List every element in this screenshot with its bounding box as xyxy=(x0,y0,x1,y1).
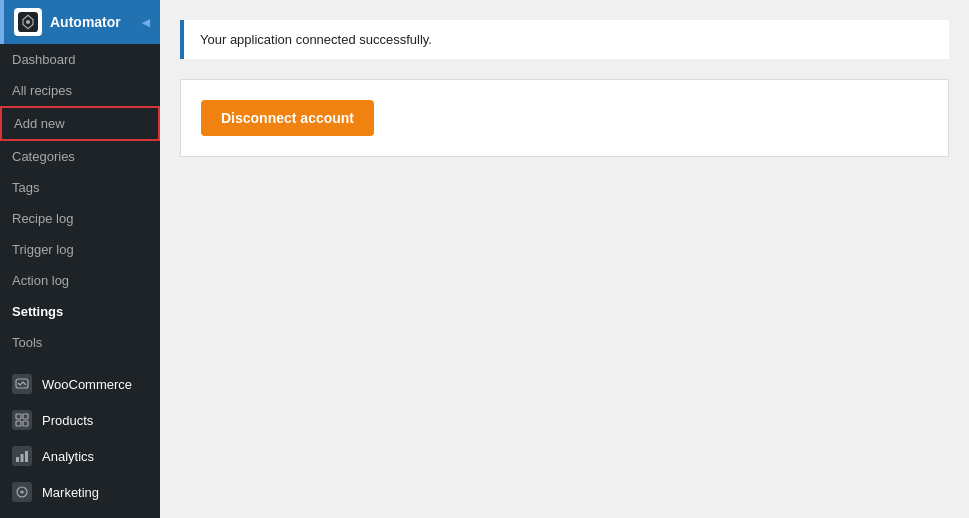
success-message: Your application connected successfully. xyxy=(200,32,432,47)
sidebar-item-recipe-log[interactable]: Recipe log xyxy=(0,203,160,234)
svg-point-1 xyxy=(26,20,30,24)
sidebar-item-tags[interactable]: Tags xyxy=(0,172,160,203)
sidebar-item-all-recipes[interactable]: All recipes xyxy=(0,75,160,106)
sidebar-item-analytics[interactable]: Analytics xyxy=(0,438,160,474)
analytics-icon xyxy=(12,446,32,466)
sidebar-item-action-log[interactable]: Action log xyxy=(0,265,160,296)
sidebar-title: Automator xyxy=(50,14,121,30)
marketing-icon xyxy=(12,482,32,502)
success-banner: Your application connected successfully. xyxy=(180,20,949,59)
products-icon xyxy=(12,410,32,430)
sidebar-item-trigger-log[interactable]: Trigger log xyxy=(0,234,160,265)
main-content: Your application connected successfully.… xyxy=(160,0,969,518)
sidebar-item-marketing[interactable]: Marketing xyxy=(0,474,160,510)
svg-rect-7 xyxy=(16,457,19,462)
sidebar-item-settings[interactable]: Settings xyxy=(0,296,160,327)
sidebar-item-tools[interactable]: Tools xyxy=(0,327,160,358)
sidebar-item-elementor[interactable]: Elementor xyxy=(0,510,160,518)
sidebar-item-categories[interactable]: Categories xyxy=(0,141,160,172)
svg-rect-5 xyxy=(16,421,21,426)
svg-rect-9 xyxy=(25,451,28,462)
content-card: Disconnect account xyxy=(180,79,949,157)
svg-rect-4 xyxy=(23,414,28,419)
woo-icon xyxy=(12,374,32,394)
sidebar-collapse-icon[interactable]: ◀ xyxy=(142,17,150,28)
sidebar: Automator ◀ Dashboard All recipes Add ne… xyxy=(0,0,160,518)
svg-rect-3 xyxy=(16,414,21,419)
svg-rect-8 xyxy=(21,454,24,462)
sidebar-section-nav: WooCommerce Products Analyt xyxy=(0,366,160,518)
automator-logo-icon xyxy=(14,8,42,36)
sidebar-item-products[interactable]: Products xyxy=(0,402,160,438)
disconnect-account-button[interactable]: Disconnect account xyxy=(201,100,374,136)
sidebar-nav: Dashboard All recipes Add new Categories… xyxy=(0,44,160,358)
sidebar-item-add-new[interactable]: Add new xyxy=(0,106,160,141)
sidebar-item-woocommerce[interactable]: WooCommerce xyxy=(0,366,160,402)
svg-rect-6 xyxy=(23,421,28,426)
sidebar-item-dashboard[interactable]: Dashboard xyxy=(0,44,160,75)
sidebar-header[interactable]: Automator ◀ xyxy=(0,0,160,44)
